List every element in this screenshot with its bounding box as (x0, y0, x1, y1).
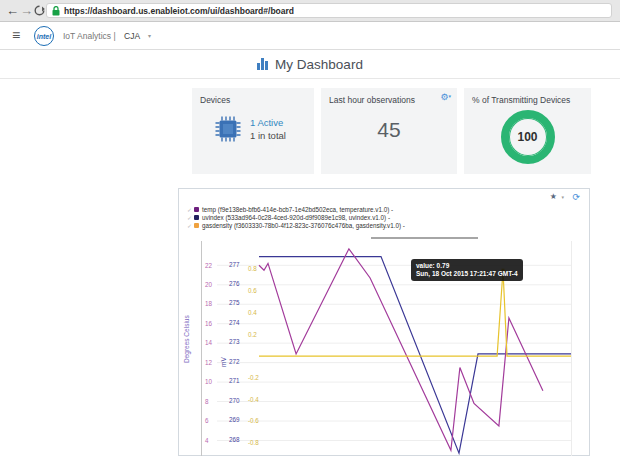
forward-icon[interactable]: → (20, 2, 33, 19)
transmitting-card-title: % of Transmitting Devices (472, 95, 583, 105)
app-title: IoT Analytics | (63, 31, 116, 41)
chip-icon (214, 115, 242, 143)
transmitting-card: % of Transmitting Devices 100 (464, 88, 591, 174)
observations-card: Last hour observations ⚙▾ 45 (321, 88, 457, 174)
app-root: ← → https://dashboard.us.enableiot.com/u… (0, 0, 620, 456)
y-tick-label: 22 (205, 262, 213, 269)
tooltip-value: value: 0.79 (416, 262, 518, 270)
devices-total-label: 1 in total (250, 130, 286, 141)
legend-item-gasdensity[interactable]: ✓ gasdensity (f3603330-78b0-4f12-823c-37… (187, 221, 405, 229)
hamburger-menu-icon[interactable]: ≡ (12, 27, 20, 43)
intel-logo[interactable]: intel (34, 26, 54, 46)
y-tick-label: 14 (205, 339, 213, 346)
y-tick-label: 268 (229, 436, 240, 443)
y-tick-label: 269 (229, 416, 240, 423)
legend-item-uvindex[interactable]: ✓ uvindex (533ad964-0c28-4ced-920d-d9f90… (187, 213, 405, 221)
y-axis-title: mV (220, 357, 227, 367)
chart-plot[interactable]: 22201816141210864Degrees Celsius27727627… (179, 189, 591, 456)
observations-settings-button[interactable]: ⚙▾ (440, 92, 451, 102)
account-menu[interactable]: CJA (124, 31, 140, 41)
legend-swatch-uvindex (194, 215, 199, 220)
page-title: My Dashboard (275, 57, 363, 72)
y-tick-label: 273 (229, 338, 240, 345)
legend-label-temp: temp (f9e138eb-bfb6-414e-bcb7-1e42bd502e… (202, 206, 393, 213)
y-tick-label: 18 (205, 300, 213, 307)
y-tick-label: 10 (205, 378, 213, 385)
chart-datazoom-slider[interactable] (371, 237, 478, 239)
y-tick-label: 0.6 (248, 287, 257, 294)
legend-check-icon: ✓ (187, 214, 192, 221)
chart-tooltip: value: 0.79 Sun, 18 Oct 2015 17:21:47 GM… (411, 259, 523, 281)
y-tick-label: 276 (229, 280, 240, 287)
chart-widget-panel: ★ ▾ ⟳ ✓ temp (f9e138eb-bfb6-414e-bcb7-1e… (178, 188, 590, 456)
y-tick-label: 6 (205, 417, 209, 424)
observations-card-title: Last hour observations (329, 95, 449, 105)
devices-active-link[interactable]: 1 Active (250, 117, 286, 128)
stat-cards: Devices 1 Active 1 in total (192, 88, 591, 174)
browser-toolbar: ← → https://dashboard.us.enableiot.com/u… (0, 0, 620, 22)
back-icon[interactable]: ← (6, 2, 19, 19)
y-tick-label: 271 (229, 377, 240, 384)
y-tick-label: 0.8 (248, 265, 257, 272)
y-tick-label: -0.2 (248, 374, 259, 381)
gear-caret-icon: ▾ (448, 93, 451, 99)
y-tick-label: 16 (205, 320, 213, 327)
transmitting-donut-gauge: 100 (501, 110, 555, 164)
y-tick-label: 277 (229, 261, 240, 268)
y-tick-label: 8 (205, 398, 209, 405)
y-tick-label: 275 (229, 299, 240, 306)
tooltip-timestamp: Sun, 18 Oct 2015 17:21:47 GMT-4 (416, 270, 518, 278)
y-tick-label: -0.8 (248, 439, 259, 446)
observations-value: 45 (329, 118, 449, 142)
legend-label-uvindex: uvindex (533ad964-0c28-4ced-920d-d9f9089… (202, 214, 390, 221)
legend-swatch-gasdensity (194, 223, 199, 228)
y-tick-label: 12 (205, 359, 213, 366)
chart-legend: ✓ temp (f9e138eb-bfb6-414e-bcb7-1e42bd50… (187, 205, 405, 229)
reload-icon[interactable] (34, 5, 45, 16)
legend-item-temp[interactable]: ✓ temp (f9e138eb-bfb6-414e-bcb7-1e42bd50… (187, 205, 405, 213)
y-axis-title: Degrees Celsius (183, 315, 191, 363)
app-navbar: ≡ intel IoT Analytics | CJA ▾ (0, 22, 620, 50)
lock-icon (52, 6, 60, 16)
legend-check-icon: ✓ (187, 206, 192, 213)
dashboard-header: My Dashboard (0, 50, 620, 79)
y-tick-label: 0.2 (248, 331, 257, 338)
y-tick-label: 274 (229, 319, 240, 326)
y-tick-label: -0.4 (248, 396, 259, 403)
url-text: https://dashboard.us.enableiot.com/ui/da… (64, 6, 294, 16)
y-tick-label: -0.6 (248, 417, 259, 424)
y-tick-label: 20 (205, 281, 213, 288)
y-tick-label: 272 (229, 358, 240, 365)
series-line-uvindex[interactable] (259, 257, 571, 454)
y-tick-label: 0.4 (248, 309, 257, 316)
y-tick-label: 270 (229, 397, 240, 404)
intel-logo-text: intel (37, 33, 51, 40)
transmitting-value: 100 (517, 130, 537, 144)
dashboard-bars-icon (257, 58, 269, 70)
account-caret-icon[interactable]: ▾ (148, 32, 151, 39)
legend-label-gasdensity: gasdensity (f3603330-78b0-4f12-823c-3760… (202, 222, 405, 229)
y-tick-label: 4 (205, 437, 209, 444)
legend-swatch-temp (194, 207, 199, 212)
legend-check-icon: ✓ (187, 222, 192, 229)
devices-card-title: Devices (200, 95, 306, 105)
url-bar[interactable]: https://dashboard.us.enableiot.com/ui/da… (46, 3, 612, 18)
devices-card: Devices 1 Active 1 in total (192, 88, 314, 174)
